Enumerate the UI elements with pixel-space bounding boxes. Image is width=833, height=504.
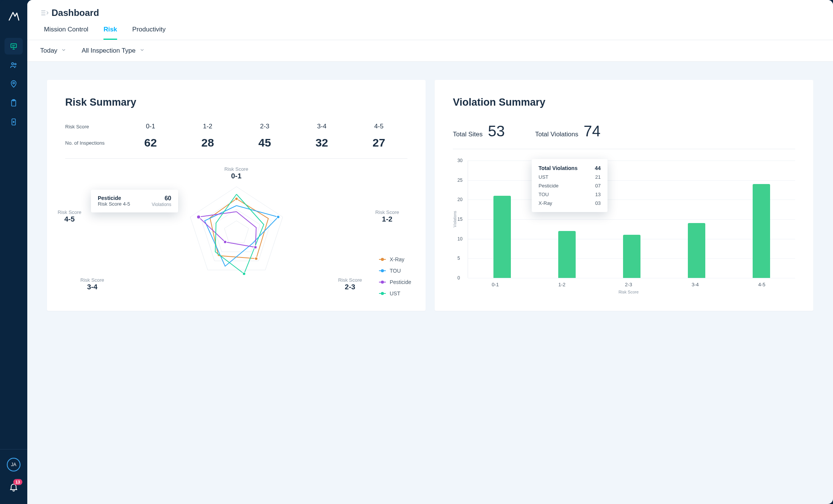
svg-point-18 — [254, 246, 257, 249]
total-violations-label: Total Violations — [535, 131, 578, 138]
date-filter[interactable]: Today — [40, 47, 66, 55]
legend-item: Pesticide — [379, 279, 411, 285]
total-violations-value: 74 — [584, 123, 601, 140]
risk-summary-table: Risk Score 0-1 1-2 2-3 3-4 4-5 No. of In… — [65, 123, 407, 159]
risk-col-head: 2-3 — [236, 123, 293, 130]
people-icon — [9, 61, 18, 69]
topbar: Dashboard Mission Control Risk Productiv… — [27, 0, 833, 40]
bar[interactable] — [688, 223, 705, 278]
risk-col-head: 4-5 — [350, 123, 407, 130]
svg-point-2 — [15, 63, 16, 65]
bar-xaxis-label: Risk Score — [462, 290, 795, 294]
bar[interactable] — [623, 235, 640, 278]
sidebar-item-device[interactable] — [5, 114, 23, 130]
bar-xtick: 3-4 — [686, 282, 704, 287]
type-filter-label: All Inspection Type — [81, 47, 135, 55]
sidebar-item-location[interactable] — [5, 76, 23, 92]
bar-ytick: 10 — [457, 236, 462, 242]
bar[interactable] — [753, 184, 770, 278]
tabs: Mission Control Risk Productivity — [40, 26, 820, 40]
sidebar: JA 13 — [0, 0, 27, 504]
user-avatar[interactable]: JA — [7, 458, 20, 471]
logo-icon — [7, 10, 20, 23]
risk-row-label-count: No. of Inspections — [65, 140, 122, 146]
device-icon — [9, 118, 18, 126]
radar-legend: X-Ray TOU Pesticide UST — [379, 256, 411, 296]
content: Risk Summary Risk Score 0-1 1-2 2-3 3-4 … — [27, 62, 833, 329]
tooltip-axis: Risk Score 4-5 — [98, 201, 130, 207]
risk-col-head: 0-1 — [122, 123, 179, 130]
svg-point-16 — [224, 240, 227, 243]
violation-summary-title: Violation Summary — [453, 97, 795, 108]
bar[interactable] — [493, 196, 511, 278]
risk-summary-title: Risk Summary — [65, 97, 407, 108]
violation-metrics: Total Sites 53 Total Violations 74 — [453, 123, 795, 149]
radar-axis-label: Risk Score 3-4 — [80, 277, 104, 291]
bar-xaxis: 0-11-22-33-44-5 — [462, 282, 795, 287]
tooltip-value-label: Violations — [152, 202, 171, 207]
radar-svg — [168, 168, 305, 293]
svg-point-1 — [12, 63, 14, 65]
svg-point-15 — [243, 272, 246, 275]
sidebar-item-people[interactable] — [5, 57, 23, 73]
tab-risk[interactable]: Risk — [103, 26, 117, 40]
date-filter-label: Today — [40, 47, 57, 55]
risk-value: 32 — [293, 136, 351, 149]
svg-point-7 — [13, 122, 14, 123]
risk-value: 28 — [179, 136, 236, 149]
violation-summary-card: Violation Summary Total Sites 53 Total V… — [435, 80, 813, 311]
radar-axis-label: Risk Score 1-2 — [375, 209, 399, 223]
sidebar-item-clipboard[interactable] — [5, 95, 23, 111]
risk-summary-card: Risk Summary Risk Score 0-1 1-2 2-3 3-4 … — [47, 80, 426, 311]
risk-value: 27 — [350, 136, 407, 149]
bar-xtick: 4-5 — [753, 282, 770, 287]
chevron-down-icon — [139, 47, 145, 55]
bar-ytick: 20 — [457, 197, 462, 202]
bar-grid: 051015202530 Total Violations 44 UST21 P… — [468, 161, 795, 278]
tooltip-series: Pesticide — [98, 195, 130, 201]
bar-xtick: 1-2 — [553, 282, 571, 287]
radar-axis-label: Risk Score 0-1 — [224, 166, 248, 180]
app-container: JA 13 Dashboard Mission Control Risk Pro… — [0, 0, 833, 504]
legend-item: TOU — [379, 268, 411, 274]
bar-ytick: 30 — [457, 158, 462, 163]
tab-productivity[interactable]: Productivity — [132, 26, 166, 40]
risk-row-label-score: Risk Score — [65, 124, 122, 130]
sidebar-item-dashboard[interactable] — [5, 38, 23, 55]
hamburger-icon — [40, 9, 49, 16]
risk-value: 62 — [122, 136, 179, 149]
menu-toggle-icon[interactable] — [40, 9, 49, 16]
bar[interactable] — [558, 231, 576, 278]
app-logo — [7, 10, 20, 23]
legend-item: X-Ray — [379, 256, 411, 262]
bars — [468, 161, 795, 278]
radar-axis-label: Risk Score 2-3 — [338, 277, 362, 291]
risk-col-head: 3-4 — [293, 123, 351, 130]
radar-tooltip: Pesticide Risk Score 4-5 60 Violations — [91, 190, 178, 212]
svg-point-13 — [235, 197, 238, 200]
presentation-icon — [9, 42, 18, 50]
total-violations-metric: Total Violations 74 — [535, 123, 601, 140]
total-sites-label: Total Sites — [453, 131, 482, 138]
avatar-initials: JA — [11, 462, 16, 467]
svg-point-14 — [277, 215, 280, 218]
bar-tooltip: Total Violations 44 UST21 Pesticide07 TO… — [532, 159, 608, 212]
page-title: Dashboard — [52, 8, 99, 18]
legend-item: UST — [379, 290, 411, 296]
clipboard-icon — [9, 99, 18, 107]
bar-tooltip-total: 44 — [595, 165, 601, 171]
sidebar-nav — [0, 38, 27, 130]
bar-xtick: 0-1 — [487, 282, 504, 287]
type-filter[interactable]: All Inspection Type — [81, 47, 144, 55]
map-pin-icon — [9, 80, 18, 88]
bar-tooltip-title: Total Violations — [539, 165, 578, 171]
radar-chart: Risk Score 0-1 Risk Score 1-2 Risk Score… — [65, 168, 407, 296]
chevron-down-icon — [61, 47, 66, 55]
tab-mission-control[interactable]: Mission Control — [44, 26, 88, 40]
svg-rect-6 — [12, 119, 15, 125]
notifications-button[interactable]: 13 — [9, 482, 19, 493]
bar-ytick: 5 — [457, 256, 460, 261]
svg-marker-11 — [224, 221, 249, 243]
bar-ytick: 15 — [457, 217, 462, 222]
barchart: 051015202530 Total Violations 44 UST21 P… — [468, 161, 795, 278]
